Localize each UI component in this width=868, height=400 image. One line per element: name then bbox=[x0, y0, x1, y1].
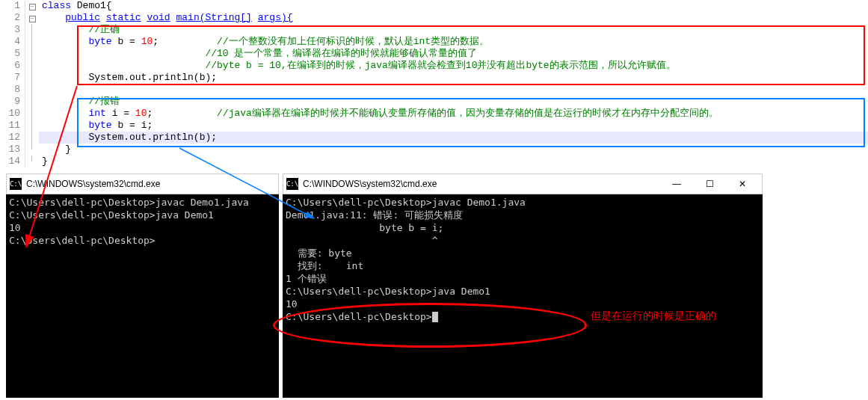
line-number: 2 bbox=[0, 12, 25, 24]
line-number: 3 bbox=[0, 24, 25, 36]
fold-gutter[interactable] bbox=[25, 24, 39, 36]
fold-gutter[interactable] bbox=[25, 144, 39, 156]
code-line[interactable]: 10 int i = 10; //java编译器在编译的时候并不能确认变量所存储… bbox=[0, 108, 868, 120]
cmd-icon: C:\ bbox=[286, 178, 298, 190]
fold-gutter[interactable]: − bbox=[25, 0, 39, 12]
line-number: 12 bbox=[0, 132, 25, 144]
code-line[interactable]: 7 System.out.println(b); bbox=[0, 72, 868, 84]
code-line[interactable]: 6 //byte b = 10,在编译到的时候，java编译器就会检查到10并没… bbox=[0, 60, 868, 72]
line-number: 10 bbox=[0, 108, 25, 120]
terminal-left[interactable]: C:\ C:\WINDOWS\system32\cmd.exe C:\Users… bbox=[6, 173, 279, 398]
fold-gutter[interactable] bbox=[25, 108, 39, 120]
fold-gutter[interactable] bbox=[25, 120, 39, 132]
code-content[interactable]: System.out.println(b); bbox=[39, 132, 868, 144]
code-line[interactable]: 5 //10 是一个常量，编译器在编译的时候就能够确认常量的值了 bbox=[0, 48, 868, 60]
fold-gutter[interactable] bbox=[25, 36, 39, 48]
code-content[interactable]: int i = 10; //java编译器在编译的时候并不能确认变量所存储的值，… bbox=[39, 108, 868, 120]
line-number: 11 bbox=[0, 120, 25, 132]
cmd-icon: C:\ bbox=[10, 178, 22, 190]
red-annotation-text: 但是在运行的时候是正确的 bbox=[591, 310, 716, 323]
close-button[interactable]: ✕ bbox=[726, 174, 759, 194]
fold-gutter[interactable]: − bbox=[25, 12, 39, 24]
fold-gutter[interactable] bbox=[25, 84, 39, 96]
terminal-titlebar[interactable]: C:\ C:\WINDOWS\system32\cmd.exe bbox=[6, 173, 279, 194]
window-controls: — ☐ ✕ bbox=[660, 174, 759, 194]
fold-minus-icon[interactable]: − bbox=[29, 16, 36, 22]
line-number: 7 bbox=[0, 72, 25, 84]
code-line[interactable]: 4 byte b = 10; //一个整数没有加上任何标识的时候，默认是int类… bbox=[0, 36, 868, 48]
code-content[interactable]: System.out.println(b); bbox=[39, 72, 868, 84]
code-line[interactable]: 8 bbox=[0, 84, 868, 96]
code-line[interactable]: 12 System.out.println(b); bbox=[0, 132, 868, 144]
line-number: 13 bbox=[0, 144, 25, 156]
code-line[interactable]: 14} bbox=[0, 156, 868, 167]
fold-minus-icon[interactable]: − bbox=[29, 4, 36, 10]
line-number: 5 bbox=[0, 48, 25, 60]
code-content[interactable]: //报错 bbox=[39, 96, 868, 108]
code-line[interactable]: 9 //报错 bbox=[0, 96, 868, 108]
terminal-output: C:\Users\dell-pc\Desktop>javac Demo1.jav… bbox=[6, 194, 279, 248]
code-content[interactable]: public static void main(String[] args){ bbox=[39, 12, 868, 24]
line-number: 8 bbox=[0, 84, 25, 96]
code-content[interactable]: class Demo1{ bbox=[39, 0, 868, 12]
code-line[interactable]: 13 } bbox=[0, 144, 868, 156]
minimize-button[interactable]: — bbox=[660, 174, 693, 194]
line-number: 1 bbox=[0, 0, 25, 12]
fold-gutter[interactable] bbox=[25, 72, 39, 84]
cursor bbox=[432, 312, 438, 322]
code-content[interactable]: byte b = 10; //一个整数没有加上任何标识的时候，默认是int类型的… bbox=[39, 36, 868, 48]
code-editor[interactable]: 1−class Demo1{2− public static void main… bbox=[0, 0, 868, 167]
terminal-output: C:\Users\dell-pc\Desktop>javac Demo1.jav… bbox=[283, 194, 763, 324]
code-line[interactable]: 11 byte b = i; bbox=[0, 120, 868, 132]
maximize-button[interactable]: ☐ bbox=[693, 174, 726, 194]
fold-gutter[interactable] bbox=[25, 132, 39, 144]
code-content[interactable]: //byte b = 10,在编译到的时候，java编译器就会检查到10并没有超… bbox=[39, 60, 868, 72]
terminal-title: C:\WINDOWS\system32\cmd.exe bbox=[26, 179, 275, 189]
fold-gutter[interactable] bbox=[25, 60, 39, 72]
code-content[interactable]: } bbox=[39, 144, 868, 156]
code-content[interactable]: } bbox=[39, 156, 868, 167]
terminal-titlebar[interactable]: C:\ C:\WINDOWS\system32\cmd.exe — ☐ ✕ bbox=[283, 173, 763, 194]
line-number: 4 bbox=[0, 36, 25, 48]
code-line[interactable]: 2− public static void main(String[] args… bbox=[0, 12, 868, 24]
terminal-title: C:\WINDOWS\system32\cmd.exe bbox=[303, 179, 660, 189]
line-number: 14 bbox=[0, 156, 25, 167]
fold-gutter[interactable] bbox=[25, 48, 39, 60]
code-content[interactable] bbox=[39, 84, 868, 96]
code-content[interactable]: //正确 bbox=[39, 24, 868, 36]
line-number: 9 bbox=[0, 96, 25, 108]
code-content[interactable]: byte b = i; bbox=[39, 120, 868, 132]
fold-gutter[interactable] bbox=[25, 156, 39, 167]
code-line[interactable]: 3 //正确 bbox=[0, 24, 868, 36]
code-content[interactable]: //10 是一个常量，编译器在编译的时候就能够确认常量的值了 bbox=[39, 48, 868, 60]
terminal-right[interactable]: C:\ C:\WINDOWS\system32\cmd.exe — ☐ ✕ C:… bbox=[283, 173, 763, 398]
code-line[interactable]: 1−class Demo1{ bbox=[0, 0, 868, 12]
line-number: 6 bbox=[0, 60, 25, 72]
fold-gutter[interactable] bbox=[25, 96, 39, 108]
